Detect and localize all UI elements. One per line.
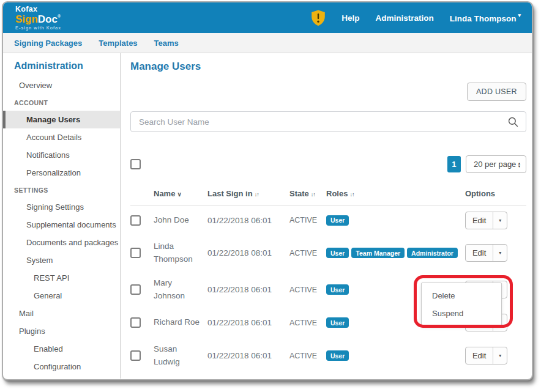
edit-button[interactable]: Edit xyxy=(466,212,493,229)
sidebar-item-enabled[interactable]: Enabled xyxy=(3,340,120,358)
col-state[interactable]: State↓↑ xyxy=(289,189,326,198)
role-badge: Administrator xyxy=(407,248,458,258)
row-checkbox[interactable] xyxy=(130,215,141,226)
kofax-signdoc-logo: Kofax SignDoc® E-sign with Kofax xyxy=(15,6,61,30)
per-page-select[interactable]: 20 per page ▴▾ xyxy=(466,155,526,173)
select-spinner-icon: ▴▾ xyxy=(518,161,520,168)
nav-teams[interactable]: Teams xyxy=(154,39,179,48)
administration-link[interactable]: Administration xyxy=(375,13,433,23)
header-actions: Help Administration Linda Thompson▾ xyxy=(311,10,521,26)
sidebar-item-general[interactable]: General xyxy=(3,287,120,305)
edit-dropdown-toggle[interactable]: ▾ xyxy=(493,212,507,229)
app-window: Kofax SignDoc® E-sign with Kofax Help Ad… xyxy=(2,1,533,380)
edit-button[interactable]: Edit xyxy=(466,347,493,364)
col-roles[interactable]: Roles↓↑ xyxy=(326,189,458,198)
state-cell: ACTIVE xyxy=(289,286,326,294)
last-sign-in-cell: 01/22/2018 06:01 xyxy=(207,318,289,327)
user-name-cell: John Doe xyxy=(154,214,207,227)
state-cell: ACTIVE xyxy=(289,249,326,257)
sidebar-item-account-details[interactable]: Account Details xyxy=(3,128,120,146)
state-cell: ACTIVE xyxy=(289,216,326,224)
per-page-value: 20 per page xyxy=(474,160,516,169)
role-badge: User xyxy=(326,350,349,361)
list-controls: 1 20 per page ▴▾ xyxy=(130,155,526,173)
sidebar-section-settings: SETTINGS xyxy=(3,182,120,198)
select-all-checkbox[interactable] xyxy=(130,159,141,169)
logo-company: Kofax xyxy=(15,6,61,13)
state-cell: ACTIVE xyxy=(289,319,326,327)
sidebar-item-manage-users[interactable]: Manage Users xyxy=(3,111,120,128)
sidebar-item-system[interactable]: System xyxy=(3,251,120,269)
edit-dropdown-toggle[interactable]: ▾ xyxy=(493,347,507,364)
sort-updown-icon: ↓↑ xyxy=(349,191,354,198)
admin-sidebar: Administration Overview ACCOUNT Manage U… xyxy=(3,53,121,379)
user-name-cell: Mary Johnson xyxy=(154,277,207,303)
page-1-button[interactable]: 1 xyxy=(447,156,461,172)
role-badge: User xyxy=(326,215,349,226)
sort-updown-icon: ↓↑ xyxy=(311,191,315,198)
edit-dropdown-toggle[interactable]: ▾ xyxy=(493,245,507,261)
user-name: Linda Thompson xyxy=(450,14,517,23)
help-link[interactable]: Help xyxy=(341,13,359,23)
screenshot-canvas: Kofax SignDoc® E-sign with Kofax Help Ad… xyxy=(0,0,541,392)
state-cell: ACTIVE xyxy=(289,352,326,360)
sidebar-item-plugins[interactable]: Plugins xyxy=(3,322,120,340)
table-row: Susan Ludwig 01/22/2018 06:01 ACTIVE Use… xyxy=(130,338,526,374)
nav-signing-packages[interactable]: Signing Packages xyxy=(14,39,82,48)
search-input[interactable] xyxy=(130,111,526,132)
logo-tagline: E-sign with Kofax xyxy=(15,26,61,31)
content-area: Administration Overview ACCOUNT Manage U… xyxy=(3,53,532,379)
sidebar-section-account: ACCOUNT xyxy=(3,94,120,111)
main-nav: Signing Packages Templates Teams xyxy=(3,33,532,53)
col-options: Options xyxy=(458,189,526,198)
sidebar-item-rest-api[interactable]: REST API xyxy=(3,269,120,287)
sidebar-item-signing-settings[interactable]: Signing Settings xyxy=(3,198,120,216)
menu-item-delete[interactable]: Delete xyxy=(422,287,501,305)
edit-button[interactable]: Edit xyxy=(466,245,493,261)
search-icon[interactable] xyxy=(507,116,519,130)
last-sign-in-cell: 01/22/2018 06:01 xyxy=(207,216,289,225)
chevron-down-icon: ▾ xyxy=(518,12,521,18)
col-last-sign-in[interactable]: Last Sign in↓↑ xyxy=(207,189,289,198)
role-badge: User xyxy=(326,317,349,328)
table-header: Name∨ Last Sign in↓↑ State↓↑ Roles↓↑ Opt… xyxy=(130,189,526,205)
last-sign-in-cell: 01/22/2018 08:01 xyxy=(207,248,289,257)
col-name[interactable]: Name∨ xyxy=(154,189,207,198)
user-name-cell: Richard Roe xyxy=(154,316,207,329)
sort-desc-icon: ∨ xyxy=(177,191,181,198)
role-badge: Team Manager xyxy=(351,248,405,258)
sort-updown-icon: ↓↑ xyxy=(255,191,259,198)
nav-templates[interactable]: Templates xyxy=(99,39,137,48)
sidebar-item-overview[interactable]: Overview xyxy=(3,76,120,94)
logo-brand: SignDoc® xyxy=(15,14,61,24)
role-badge: User xyxy=(326,248,349,258)
sidebar-item-mail[interactable]: Mail xyxy=(3,305,120,322)
role-badge: User xyxy=(326,284,349,295)
sidebar-item-supplemental-documents[interactable]: Supplemental documents xyxy=(3,216,120,234)
add-user-button[interactable]: ADD USER xyxy=(467,83,526,101)
search-box xyxy=(130,111,526,132)
row-checkbox[interactable] xyxy=(130,248,141,258)
warning-shield-icon[interactable] xyxy=(311,10,326,26)
row-actions-menu: Delete Suspend xyxy=(421,283,502,327)
row-checkbox[interactable] xyxy=(130,284,141,295)
manage-users-panel: Manage Users ADD USER xyxy=(121,53,533,379)
sidebar-item-personalization[interactable]: Personalization xyxy=(3,164,120,182)
user-name-cell: Susan Ludwig xyxy=(154,343,207,369)
sidebar-item-notifications[interactable]: Notifications xyxy=(3,146,120,164)
sidebar-item-documents-and-packages[interactable]: Documents and packages xyxy=(3,234,120,251)
last-sign-in-cell: 01/22/2018 06:01 xyxy=(207,285,289,294)
sidebar-title: Administration xyxy=(3,58,120,76)
page-title: Manage Users xyxy=(130,61,526,73)
last-sign-in-cell: 01/22/2018 06:01 xyxy=(207,351,289,360)
row-checkbox[interactable] xyxy=(130,317,141,328)
user-name-cell: Linda Thompson xyxy=(154,240,207,266)
top-header: Kofax SignDoc® E-sign with Kofax Help Ad… xyxy=(3,2,532,33)
user-menu[interactable]: Linda Thompson▾ xyxy=(450,12,521,23)
table-row: John Doe 01/22/2018 06:01 ACTIVE User Ed… xyxy=(130,205,526,235)
table-row: Linda Thompson 01/22/2018 08:01 ACTIVE U… xyxy=(130,235,526,272)
row-checkbox[interactable] xyxy=(130,350,141,361)
sidebar-item-configuration[interactable]: Configuration xyxy=(3,358,120,375)
menu-item-suspend[interactable]: Suspend xyxy=(422,305,501,322)
